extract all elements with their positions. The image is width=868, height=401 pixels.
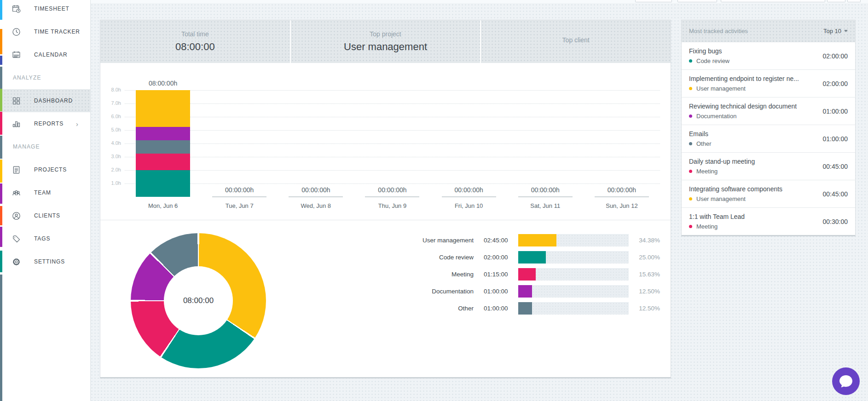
activity-info: Reviewing technical design documentDocum… xyxy=(689,103,797,120)
edge-strip-segment xyxy=(0,183,2,204)
activity-row-fixing-bugs: Fixing bugsCode review02:00:00 xyxy=(682,42,855,69)
activity-project: Meeting xyxy=(689,168,755,175)
daily-bar-chart: 1.0h2.0h3.0h4.0h5.0h6.0h7.0h8.0h 08:00:0… xyxy=(100,63,671,220)
bar-total-label: 00:00:00h xyxy=(201,186,278,194)
activity-title: 1:1 with Team Lead xyxy=(689,213,745,220)
project-color-dot xyxy=(689,225,692,228)
activity-info: Fixing bugsCode review xyxy=(689,47,729,64)
top-client-label: Top client xyxy=(562,36,590,44)
activity-time-value: 00:30:00 xyxy=(823,218,848,225)
activity-project-name: Other xyxy=(696,140,712,147)
legend-time-value: 01:00:00 xyxy=(484,288,512,295)
calendar-icon xyxy=(12,50,21,60)
day-column-mon-jun-6: 08:00:00hMon, Jun 6 xyxy=(125,63,201,220)
activity-time-value: 01:00:00 xyxy=(823,108,848,115)
edge-strip-segment xyxy=(0,275,2,401)
edge-strip-segment xyxy=(0,136,2,159)
legend-percent-value: 12.50% xyxy=(629,305,661,312)
sidebar-item-label: PROJECTS xyxy=(34,166,67,173)
legend-project-label: Other xyxy=(357,305,474,312)
stacked-bar xyxy=(136,90,190,197)
x-axis-day-label: Tue, Jun 7 xyxy=(201,202,278,209)
legend-percent-value: 12.50% xyxy=(629,288,661,295)
cutoff-element xyxy=(677,0,717,2)
legend-row-user-management: User management02:45:0034.38% xyxy=(357,234,661,246)
x-axis-day-label: Mon, Jun 6 xyxy=(125,202,201,209)
bar-segment-code-review xyxy=(136,170,190,197)
legend-bar-fill xyxy=(518,302,532,315)
tag-icon xyxy=(12,234,21,244)
legend-project-label: Code review xyxy=(357,254,474,261)
activity-project-name: Meeting xyxy=(696,168,718,175)
legend-row-code-review: Code review02:00:0025.00% xyxy=(357,251,661,264)
legend-time-value: 02:00:00 xyxy=(484,254,512,261)
legend-bar-track xyxy=(518,285,629,298)
day-column-thu-jun-9: 00:00:00hThu, Jun 9 xyxy=(354,63,430,220)
sidebar: TIMESHEETTIME TRACKERCALENDARANALYZEDASH… xyxy=(0,0,91,401)
sidebar-item-dashboard[interactable]: DASHBOARD xyxy=(0,89,90,112)
project-color-dot xyxy=(689,142,692,145)
project-color-dot xyxy=(689,170,692,173)
activity-project: User management xyxy=(689,195,782,202)
activities-header: Most tracked activities Top 10 xyxy=(682,20,855,42)
legend-project-label: Meeting xyxy=(357,271,474,278)
timesheet-icon xyxy=(12,4,21,14)
sidebar-item-team[interactable]: TEAM xyxy=(0,181,90,204)
edge-strip-segment xyxy=(0,89,2,111)
cutoff-element xyxy=(721,0,825,2)
chat-button[interactable] xyxy=(832,367,860,395)
sidebar-section-label-analyze: ANALYZE xyxy=(0,66,90,89)
edge-strip-segment xyxy=(0,160,2,183)
bar-total-label: 00:00:00h xyxy=(354,186,430,194)
legend-project-label: Documentation xyxy=(357,288,474,295)
activity-info: 1:1 with Team LeadMeeting xyxy=(689,213,745,230)
activity-project: Other xyxy=(689,140,712,147)
sidebar-item-timesheet[interactable]: TIMESHEET xyxy=(0,0,90,20)
activity-time-value: 01:00:00 xyxy=(823,135,848,143)
reports-bars-icon xyxy=(12,119,21,129)
project-color-dot xyxy=(689,197,692,200)
zero-baseline xyxy=(289,196,343,197)
sidebar-item-projects[interactable]: PROJECTS xyxy=(0,158,90,181)
activity-title: Integrating software components xyxy=(689,185,782,193)
activity-row-integrating-software-components: Integrating software componentsUser mana… xyxy=(682,180,855,207)
activity-time-value: 00:45:00 xyxy=(823,163,848,170)
edge-strip-segment xyxy=(0,0,2,20)
total-time-label: Total time xyxy=(181,30,209,38)
edge-strip-segment xyxy=(0,56,2,65)
top-client-box: Top client xyxy=(481,20,671,63)
sidebar-item-settings[interactable]: SETTINGS xyxy=(0,250,90,273)
sidebar-item-tags[interactable]: TAGS xyxy=(0,227,90,250)
activities-title: Most tracked activities xyxy=(689,28,748,34)
chevron-right-icon: › xyxy=(76,120,78,128)
y-axis-tick-label: 1.0h xyxy=(100,180,121,186)
top-n-dropdown[interactable]: Top 10 xyxy=(823,28,848,34)
activity-title: Fixing bugs xyxy=(689,47,729,55)
legend-time-value: 01:15:00 xyxy=(484,271,512,278)
legend-bar-track xyxy=(518,302,629,315)
sidebar-item-clients[interactable]: CLIENTS xyxy=(0,204,90,227)
y-axis-tick-label: 7.0h xyxy=(100,100,121,106)
legend-bar-track xyxy=(518,234,629,246)
project-breakdown-section: 08:00:00 User management02:45:0034.38%Co… xyxy=(100,220,671,378)
time-tracker-clock-icon xyxy=(12,27,21,37)
legend-row-other: Other01:00:0012.50% xyxy=(357,302,661,315)
activities-list: Fixing bugsCode review02:00:00Implementi… xyxy=(682,42,855,235)
activity-title: Emails xyxy=(689,130,712,137)
sidebar-item-time-tracker[interactable]: TIME TRACKER xyxy=(0,20,90,43)
bar-total-label: 08:00:00h xyxy=(125,80,201,87)
sidebar-item-calendar[interactable]: CALENDAR xyxy=(0,43,90,66)
activity-row-emails: EmailsOther01:00:00 xyxy=(682,125,855,152)
day-column-fri-jun-10: 00:00:00hFri, Jun 10 xyxy=(431,63,507,220)
activity-info: Implementing endpoint to register ne...U… xyxy=(689,75,799,92)
team-people-icon xyxy=(12,188,21,198)
edge-strip-segment xyxy=(0,227,2,247)
donut-center-total: 08:00:00 xyxy=(183,296,214,305)
activity-project: User management xyxy=(689,85,799,92)
legend-row-documentation: Documentation01:00:0012.50% xyxy=(357,285,661,298)
bar-chart-columns: 08:00:00hMon, Jun 600:00:00hTue, Jun 700… xyxy=(125,63,660,220)
legend-bar-fill xyxy=(518,285,532,298)
sidebar-item-reports[interactable]: REPORTS› xyxy=(0,112,90,135)
bar-total-label: 00:00:00h xyxy=(507,186,584,194)
donut-hole: 08:00:00 xyxy=(164,266,233,335)
